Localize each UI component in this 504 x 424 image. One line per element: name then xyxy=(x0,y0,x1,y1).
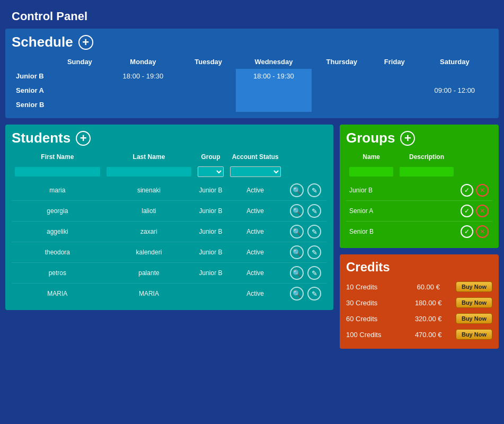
add-schedule-button[interactable]: + xyxy=(78,35,93,50)
edit-group-button[interactable]: ✓ xyxy=(461,205,473,217)
credit-price: 470.00 € xyxy=(401,331,455,339)
buy-now-button[interactable]: Buy Now xyxy=(456,329,492,340)
schedule-cell xyxy=(312,98,373,112)
student-first-name: MARIA xyxy=(12,284,103,304)
schedule-cell xyxy=(181,69,236,83)
filter-first-name[interactable] xyxy=(15,167,100,176)
group-name: Senior A xyxy=(346,201,396,222)
student-first-name: aggeliki xyxy=(12,222,103,242)
student-actions: 🔍 ✎ xyxy=(284,242,327,263)
schedule-cell xyxy=(312,83,373,98)
groups-title: Groups xyxy=(346,130,395,146)
schedule-row-label: Senior A xyxy=(12,83,54,98)
filter-group[interactable] xyxy=(198,166,223,177)
edit-student-button[interactable]: ✎ xyxy=(307,287,321,301)
edit-student-button[interactable]: ✎ xyxy=(307,204,321,218)
right-col: Groups + Name Description xyxy=(340,125,499,349)
edit-student-button[interactable]: ✎ xyxy=(307,183,321,197)
col-first-name: First Name xyxy=(12,151,103,163)
groups-header: Groups + xyxy=(346,130,492,146)
student-row: maria sinenaki Junior B Active 🔍 ✎ xyxy=(12,180,327,201)
credit-label: 60 Credits xyxy=(346,315,401,323)
student-last-name: lalioti xyxy=(103,201,195,222)
schedule-cell xyxy=(417,98,492,112)
students-header: Students + xyxy=(12,130,327,146)
student-first-name: petros xyxy=(12,263,103,284)
group-description xyxy=(396,201,456,222)
add-student-button[interactable]: + xyxy=(76,131,91,146)
student-status: Active xyxy=(227,222,284,242)
credit-label: 30 Credits xyxy=(346,299,401,307)
edit-student-button[interactable]: ✎ xyxy=(307,266,321,280)
add-group-button[interactable]: + xyxy=(400,131,415,146)
edit-student-button[interactable]: ✎ xyxy=(307,225,321,238)
group-row: Junior B ✓ ✕ xyxy=(346,180,492,201)
delete-group-button[interactable]: ✕ xyxy=(476,225,489,238)
view-student-button[interactable]: 🔍 xyxy=(290,183,304,197)
view-student-button[interactable]: 🔍 xyxy=(290,225,304,238)
col-account-status: Account Status xyxy=(227,151,284,163)
col-actions xyxy=(284,151,327,163)
schedule-cell xyxy=(181,83,236,98)
credit-row: 30 Credits 180.00 € Buy Now xyxy=(346,295,492,311)
schedule-cell: 18:00 - 19:30 xyxy=(105,69,181,83)
student-last-name: MARIA xyxy=(103,284,195,304)
schedule-cell xyxy=(54,69,105,83)
schedule-row-label: Senior B xyxy=(12,98,54,112)
student-last-name: zaxari xyxy=(103,222,195,242)
buy-now-button[interactable]: Buy Now xyxy=(456,281,492,292)
student-first-name: theodora xyxy=(12,242,103,263)
schedule-cell xyxy=(54,83,105,98)
buy-now-button[interactable]: Buy Now xyxy=(456,297,492,308)
schedule-cell xyxy=(372,83,417,98)
student-status: Active xyxy=(227,242,284,263)
view-student-button[interactable]: 🔍 xyxy=(290,204,304,218)
delete-group-button[interactable]: ✕ xyxy=(476,184,489,197)
schedule-cell xyxy=(105,98,181,112)
view-student-button[interactable]: 🔍 xyxy=(290,245,304,259)
edit-group-button[interactable]: ✓ xyxy=(461,225,473,238)
student-row: aggeliki zaxari Junior B Active 🔍 ✎ xyxy=(12,222,327,242)
delete-group-button[interactable]: ✕ xyxy=(476,205,489,217)
filter-last-name[interactable] xyxy=(107,167,192,176)
credits-list: 10 Credits 60.00 € Buy Now 30 Credits 18… xyxy=(346,279,492,342)
students-table: First Name Last Name Group Account Statu… xyxy=(12,151,327,304)
student-row: petros palante Junior B Active 🔍 ✎ xyxy=(12,263,327,284)
schedule-col-saturday: Saturday xyxy=(417,55,492,69)
col-group: Group xyxy=(194,151,226,163)
edit-group-button[interactable]: ✓ xyxy=(461,184,473,197)
filter-row xyxy=(12,163,327,180)
student-status: Active xyxy=(227,284,284,304)
schedule-col-sunday: Sunday xyxy=(54,55,105,69)
schedule-cell: 18:00 - 19:30 xyxy=(236,69,311,83)
group-row: Senior B ✓ ✕ xyxy=(346,222,492,242)
schedule-cell xyxy=(312,69,373,83)
credit-label: 100 Credits xyxy=(346,331,401,339)
group-actions: ✓ ✕ xyxy=(457,201,492,222)
filter-status[interactable] xyxy=(230,166,281,177)
schedule-title: Schedule xyxy=(12,34,73,50)
student-group: Junior B xyxy=(194,222,226,242)
filter-group-name[interactable] xyxy=(349,167,393,176)
student-row: georgia lalioti Junior B Active 🔍 ✎ xyxy=(12,201,327,222)
credit-price: 320.00 € xyxy=(401,315,455,323)
student-actions: 🔍 ✎ xyxy=(284,263,327,284)
student-group: Junior B xyxy=(194,201,226,222)
view-student-button[interactable]: 🔍 xyxy=(290,266,304,280)
schedule-row-label: Junior B xyxy=(12,69,54,83)
filter-group-desc[interactable] xyxy=(400,167,453,176)
schedule-cell xyxy=(372,98,417,112)
group-description xyxy=(396,222,456,242)
student-status: Active xyxy=(227,263,284,284)
student-last-name: kalenderi xyxy=(103,242,195,263)
edit-student-button[interactable]: ✎ xyxy=(307,245,321,259)
group-actions: ✓ ✕ xyxy=(457,222,492,242)
schedule-cell xyxy=(105,83,181,98)
schedule-row-junior-b: Junior B 18:00 - 19:30 18:00 - 19:30 xyxy=(12,69,492,83)
view-student-button[interactable]: 🔍 xyxy=(290,287,304,301)
buy-now-button[interactable]: Buy Now xyxy=(456,313,492,324)
schedule-col-empty xyxy=(12,55,54,69)
groups-col-actions xyxy=(457,151,492,163)
app-title: Control Panel xyxy=(5,5,499,29)
student-group: Junior B xyxy=(194,263,226,284)
